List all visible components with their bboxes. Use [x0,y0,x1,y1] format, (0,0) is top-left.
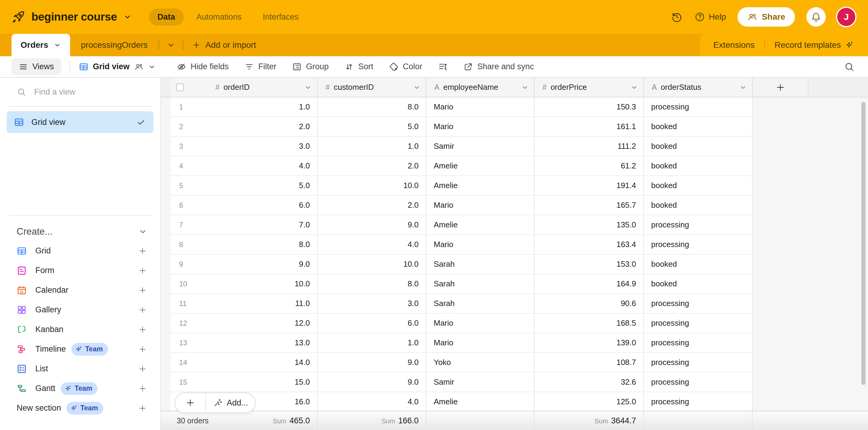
cell-orderprice[interactable]: 168.5 [534,314,644,333]
cell-orderprice[interactable]: 139.0 [534,333,644,352]
notifications-button[interactable] [806,7,826,27]
chevron-down-icon[interactable] [138,227,147,236]
create-item-grid[interactable]: Grid [0,241,160,261]
cell-orderprice[interactable]: 161.1 [534,117,644,136]
rocket-logo-icon[interactable] [11,10,25,24]
cell-orderid[interactable]: 4.0 [204,156,318,175]
add-view-plus-button[interactable] [138,286,147,295]
group-button[interactable]: Group [292,62,329,71]
chevron-down-icon[interactable] [300,84,312,91]
add-view-plus-button[interactable] [138,384,147,393]
cell-orderprice[interactable]: 111.2 [534,137,644,156]
share-button[interactable]: Share [738,7,795,27]
cell-orderstatus[interactable]: booked [644,137,753,156]
cell-employeename[interactable]: Mario [427,314,534,333]
cell-employeename[interactable]: Sarah [427,255,534,274]
add-record-button[interactable] [175,393,206,412]
cell-customerid[interactable]: 1.0 [318,333,427,352]
table-list-chevron-icon[interactable] [159,41,183,49]
cell-employeename[interactable]: Yoko [427,353,534,372]
cell-orderstatus[interactable]: booked [644,176,753,195]
cell-orderid[interactable]: 9.0 [204,255,318,274]
cell-employeename[interactable]: Mario [427,235,534,254]
cell-orderid[interactable]: 8.0 [204,235,318,254]
cell-orderstatus[interactable]: processing [644,314,753,333]
cell-customerid[interactable]: 2.0 [318,156,427,175]
cell-orderprice[interactable]: 61.2 [534,156,644,175]
cell-employeename[interactable]: Sarah [427,294,534,313]
cell-orderprice[interactable]: 165.7 [534,196,644,215]
summary-employeename[interactable] [427,411,534,430]
share-and-sync-button[interactable]: Share and sync [463,62,534,71]
row-height-button[interactable] [438,62,447,71]
cell-orderprice[interactable]: 108.7 [534,353,644,372]
cell-orderprice[interactable]: 150.3 [534,97,644,116]
cell-employeename[interactable]: Mario [427,196,534,215]
cell-customerid[interactable]: 9.0 [318,373,427,392]
cell-orderstatus[interactable]: processing [644,333,753,352]
record-templates-button[interactable]: Record templates [775,40,854,50]
vertical-scrollbar[interactable] [861,102,866,385]
chevron-down-icon[interactable] [124,13,131,21]
cell-customerid[interactable]: 6.0 [318,314,427,333]
cell-orderstatus[interactable]: booked [644,274,753,293]
tab-processingorders[interactable]: processingOrders [70,40,159,50]
cell-orderid[interactable]: 12.0 [204,314,318,333]
history-icon[interactable] [671,11,683,23]
add-field-button[interactable] [753,78,808,97]
create-item-calendar[interactable]: 31Calendar [0,280,160,300]
cell-orderstatus[interactable]: processing [644,235,753,254]
cell-employeename[interactable]: Amelie [427,215,534,234]
cell-orderid[interactable]: 13.0 [204,333,318,352]
cell-orderstatus[interactable]: processing [644,294,753,313]
add-or-import-button[interactable]: Add or import [183,40,265,50]
select-all-checkbox[interactable] [176,83,184,91]
cell-orderid[interactable]: 15.0 [204,373,318,392]
cell-customerid[interactable]: 8.0 [318,274,427,293]
find-view-input[interactable] [34,87,143,97]
cell-orderid[interactable]: 2.0 [204,117,318,136]
filter-button[interactable]: Filter [244,62,276,71]
sum-customerid[interactable]: Sum 166.0 [381,416,418,426]
cell-orderstatus[interactable]: booked [644,255,753,274]
cell-orderid[interactable]: 10.0 [204,274,318,293]
avatar[interactable]: J [837,8,855,26]
create-item-timeline[interactable]: TimelineTeam [0,339,160,359]
cell-orderstatus[interactable]: booked [644,117,753,136]
cell-orderid[interactable]: 7.0 [204,215,318,234]
create-item-list[interactable]: List [0,359,160,379]
cell-orderprice[interactable]: 191.4 [534,176,644,195]
extensions-button[interactable]: Extensions [713,40,755,50]
create-item-new-section[interactable]: New sectionTeam [0,398,160,418]
cell-customerid[interactable]: 9.0 [318,215,427,234]
cell-orderid[interactable]: 14.0 [204,353,318,372]
cell-employeename[interactable]: Mario [427,97,534,116]
cell-orderstatus[interactable]: processing [644,215,753,234]
sum-orderid[interactable]: Sum 465.0 [273,416,310,426]
sort-button[interactable]: Sort [344,62,373,71]
current-view-selector[interactable]: Grid view [79,62,156,71]
cell-orderid[interactable]: 5.0 [204,176,318,195]
cell-orderprice[interactable]: 125.0 [534,392,644,411]
chevron-down-icon[interactable] [517,84,529,91]
cell-employeename[interactable]: Mario [427,117,534,136]
add-view-plus-button[interactable] [138,325,147,334]
column-header-employeename[interactable]: AemployeeName [427,78,534,97]
cell-orderid[interactable]: 1.0 [204,97,318,116]
cell-orderstatus[interactable]: processing [644,353,753,372]
create-item-gantt[interactable]: GanttTeam [0,379,160,398]
create-item-form[interactable]: Form [0,261,160,280]
sum-orderprice[interactable]: Sum 3644.7 [594,416,636,426]
tab-data[interactable]: Data [149,8,184,26]
column-header-customerid[interactable]: #customerID [318,78,427,97]
color-button[interactable]: Color [389,62,423,71]
add-view-plus-button[interactable] [138,306,147,314]
column-header-orderprice[interactable]: #orderPrice [534,78,644,97]
add-view-plus-button[interactable] [138,247,147,256]
tab-interfaces[interactable]: Interfaces [254,8,307,26]
cell-customerid[interactable]: 2.0 [318,196,427,215]
cell-customerid[interactable]: 10.0 [318,255,427,274]
cell-orderstatus[interactable]: processing [644,373,753,392]
help-button[interactable]: Help [694,11,726,22]
sidebar-item-grid-view[interactable]: Grid view [7,111,153,133]
